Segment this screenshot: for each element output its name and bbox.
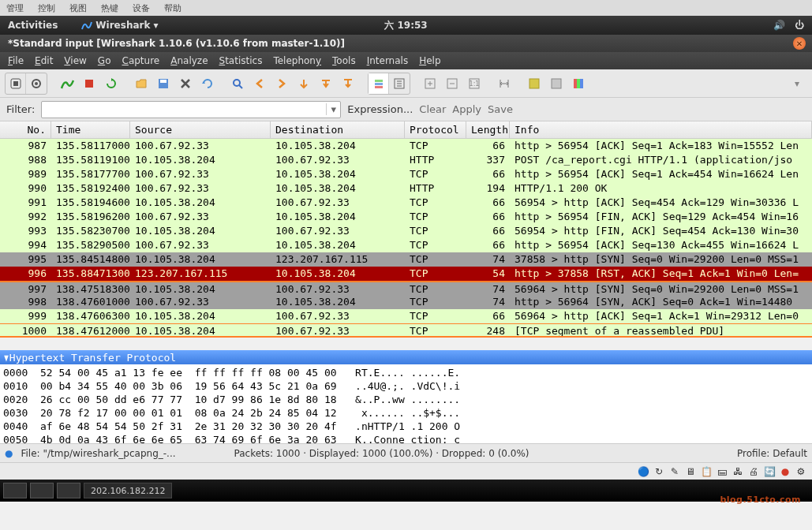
menu-item[interactable]: View (64, 55, 86, 66)
vm-menu-item[interactable]: 设备 (133, 2, 150, 14)
menu-item[interactable]: Go (98, 55, 111, 66)
go-last-button[interactable] (338, 73, 358, 94)
table-row[interactable]: 992135.58196200100.67.92.3310.105.38.204… (0, 210, 812, 224)
vm-menu-item[interactable]: 帮助 (164, 2, 181, 14)
tray-icon[interactable]: ● (779, 465, 791, 478)
go-first-button[interactable] (316, 73, 336, 94)
tray-icon[interactable]: 📋 (700, 465, 713, 478)
start-capture-button[interactable] (57, 73, 77, 94)
table-row[interactable]: 999138.4760630010.105.38.204100.67.92.33… (0, 309, 812, 323)
table-row[interactable]: 997138.4751830010.105.38.204100.67.92.33… (0, 281, 812, 295)
table-row[interactable]: 995135.8451480010.105.38.204123.207.167.… (0, 252, 812, 267)
interfaces-button[interactable] (6, 73, 26, 94)
vm-menu-item[interactable]: 热键 (101, 2, 118, 14)
taskbar-thumb[interactable] (57, 483, 80, 498)
menu-item[interactable]: Tools (332, 55, 356, 66)
save-button[interactable] (153, 73, 174, 94)
table-row[interactable]: 988135.5811910010.105.38.204100.67.92.33… (0, 153, 812, 167)
resize-columns-button[interactable] (494, 73, 515, 94)
tray-icon[interactable]: 🖨 (747, 465, 760, 478)
go-to-button[interactable] (294, 73, 314, 94)
tray-icon[interactable]: 🖴 (716, 465, 728, 478)
table-row[interactable]: 994135.58290500100.67.92.3310.105.38.204… (0, 238, 812, 252)
menu-item[interactable]: Help (419, 55, 440, 66)
colorize-button[interactable] (369, 73, 389, 94)
vm-menu: 管理 控制 视图 热键 设备 帮助 (0, 0, 812, 16)
col-header-info[interactable]: Info (510, 121, 812, 138)
menu-item[interactable]: Edit (35, 55, 53, 66)
open-button[interactable] (131, 73, 152, 94)
col-header-source[interactable]: Source (130, 121, 271, 138)
go-back-button[interactable] (249, 73, 270, 94)
restart-capture-button[interactable] (101, 73, 122, 94)
options-button[interactable] (26, 73, 47, 94)
menu-item[interactable]: Capture (122, 55, 159, 66)
zoom-reset-button[interactable]: 1:1 (464, 73, 485, 94)
display-filters-button[interactable] (546, 73, 567, 94)
filter-input[interactable] (42, 104, 326, 115)
col-header-protocol[interactable]: Protocol (405, 121, 466, 138)
tray-icon[interactable]: 🖥 (684, 465, 697, 478)
auto-scroll-button[interactable] (389, 73, 410, 94)
save-filter-button[interactable]: Save (488, 103, 513, 115)
app-menu[interactable]: Wireshark▾ (81, 20, 158, 31)
reload-button[interactable] (197, 73, 218, 94)
table-row[interactable]: 998138.47601000100.67.92.3310.105.38.204… (0, 295, 812, 309)
menu-item[interactable]: Internals (367, 55, 409, 66)
table-row[interactable]: 993135.5823070010.105.38.204100.67.92.33… (0, 224, 812, 238)
svg-rect-4 (85, 80, 93, 88)
clear-button[interactable]: Clear (419, 103, 446, 115)
wireshark-icon (81, 20, 92, 31)
close-button[interactable] (175, 73, 196, 94)
menu-item[interactable]: File (8, 55, 24, 66)
col-header-time[interactable]: Time (51, 121, 130, 138)
vm-menu-item[interactable]: 控制 (38, 2, 55, 14)
taskbar-item[interactable]: 202.106.182.212 (84, 483, 172, 498)
status-profile[interactable]: Profile: Default (737, 448, 807, 459)
taskbar-thumb[interactable] (30, 483, 54, 498)
tray-icon[interactable]: ✎ (668, 465, 681, 478)
table-row[interactable]: 991135.5819460010.105.38.204100.67.92.33… (0, 196, 812, 210)
coloring-rules-button[interactable] (568, 73, 589, 94)
col-header-no[interactable]: No. (0, 121, 51, 138)
table-row[interactable]: 987135.58117000100.67.92.3310.105.38.204… (0, 139, 812, 153)
vm-menu-item[interactable]: 管理 (6, 2, 24, 14)
tray-icon[interactable]: 🔄 (763, 465, 776, 478)
table-row[interactable]: 996135.88471300123.207.167.11510.105.38.… (0, 267, 812, 281)
vm-menu-item[interactable]: 视图 (69, 2, 87, 14)
filter-input-combo[interactable]: ▾ (41, 101, 341, 118)
zoom-in-button[interactable] (420, 73, 440, 94)
find-button[interactable] (227, 73, 248, 94)
prefs-button[interactable]: ▾ (787, 73, 807, 94)
volume-icon[interactable]: 🔊 (773, 20, 785, 31)
menu-item[interactable]: Telephony (273, 55, 321, 66)
tray-icon[interactable]: 🔵 (637, 465, 649, 478)
table-row[interactable]: 989135.58177700100.67.92.3310.105.38.204… (0, 167, 812, 181)
clock[interactable]: 六 19:53 (384, 19, 427, 32)
tray-icon[interactable]: ⚙ (795, 465, 807, 478)
packet-bytes-pane[interactable]: 0000 52 54 00 45 a1 13 fe ee ff ff ff ff… (0, 364, 812, 443)
packet-details-pane[interactable]: ▼Hypertext Transfer Protocol (0, 350, 812, 364)
tray-icon[interactable]: 🖧 (732, 465, 744, 478)
menu-item[interactable]: Statistics (219, 55, 263, 66)
table-row[interactable]: 990135.58192400100.67.92.3310.105.38.204… (0, 181, 812, 196)
expression-button[interactable]: Expression... (347, 103, 413, 115)
go-forward-button[interactable] (271, 73, 292, 94)
stop-capture-button[interactable] (79, 73, 99, 94)
menu-item[interactable]: Analyze (170, 55, 208, 66)
close-icon[interactable]: ✕ (793, 37, 806, 50)
activities-button[interactable]: Activities (8, 20, 58, 31)
col-header-length[interactable]: Length (466, 121, 510, 138)
chevron-down-icon[interactable]: ▾ (326, 103, 340, 115)
col-header-destination[interactable]: Destination (271, 121, 405, 138)
capture-filters-button[interactable] (524, 73, 544, 94)
table-row[interactable]: 1000138.4761200010.105.38.204100.67.92.3… (0, 323, 812, 338)
zoom-out-button[interactable] (442, 73, 462, 94)
expand-triangle-icon[interactable]: ▼ (4, 352, 8, 364)
status-bullet-icon[interactable]: ● (5, 448, 13, 459)
apply-button[interactable]: Apply (452, 103, 481, 115)
taskbar-thumb[interactable] (3, 483, 27, 498)
power-icon[interactable]: ⏻ (795, 20, 804, 31)
tray-icon[interactable]: ↻ (653, 465, 665, 478)
packet-list[interactable]: 987135.58117000100.67.92.3310.105.38.204… (0, 139, 812, 350)
